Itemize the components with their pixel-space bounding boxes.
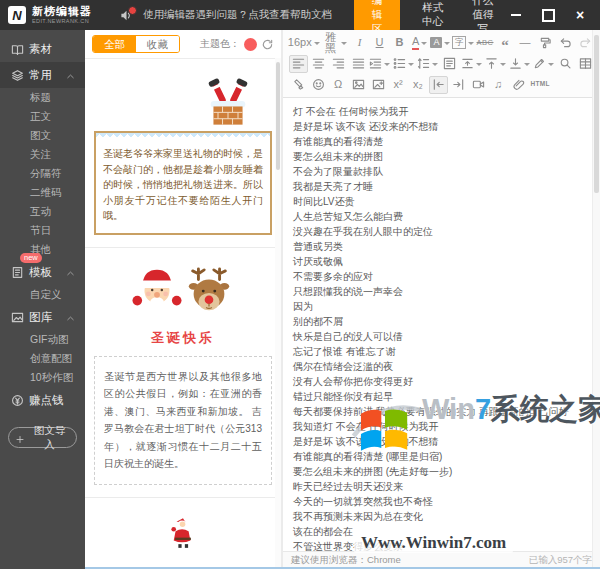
sidebar-item-template-0[interactable]: 自定义: [0, 285, 85, 304]
editor-line[interactable]: 错过只能怪你没有起早: [293, 389, 584, 404]
editor-line[interactable]: 该在的都会在: [293, 524, 584, 539]
undo-button[interactable]: [556, 34, 575, 52]
editor-line[interactable]: 只想跟懂我的说一声幸会: [293, 284, 584, 299]
sidebar-item-common-5[interactable]: 二维码: [0, 183, 85, 202]
italic-button[interactable]: I: [350, 34, 369, 52]
editor-line[interactable]: 要怎么组未来的拼图: [293, 149, 584, 164]
emoji-button[interactable]: [309, 76, 328, 94]
editor-line[interactable]: 有谁能真的看得清楚: [293, 134, 584, 149]
html-source-button[interactable]: HTML: [529, 76, 552, 94]
refresh-icon[interactable]: [261, 38, 274, 51]
editor-line[interactable]: 我不再预测未来因为总在变化: [293, 509, 584, 524]
app-logo[interactable]: N 新榜编辑器 EDIT.NEWRANK.CN: [8, 6, 104, 25]
sidebar-item-common-2[interactable]: 图文: [0, 126, 85, 145]
scrollbar-thumb[interactable]: [594, 35, 599, 193]
editor-line[interactable]: 别的都不屑: [293, 314, 584, 329]
underline-button[interactable]: U: [370, 34, 389, 52]
special-char-button[interactable]: Ω: [329, 76, 348, 94]
align-center-button[interactable]: [309, 55, 328, 73]
tab-favorites[interactable]: 收藏: [136, 36, 179, 53]
sidebar-item-gallery-1[interactable]: 创意配图: [0, 349, 85, 368]
insert-music-button[interactable]: ♫: [489, 76, 508, 94]
theme-color-swatch[interactable]: [244, 38, 257, 51]
editor-line[interactable]: 灯 不会在 任何时候为我开: [293, 104, 584, 119]
letter-spacing-button[interactable]: [460, 55, 483, 73]
rtl-button[interactable]: [449, 76, 468, 94]
horizontal-rule-button[interactable]: —: [516, 34, 535, 52]
sidebar-item-common-7[interactable]: 节日: [0, 221, 85, 240]
editor-line[interactable]: 普通或另类: [293, 239, 584, 254]
editor-line[interactable]: 不管这世界变得多么复杂: [293, 539, 584, 551]
editor-line[interactable]: 我都是天亮了才睡: [293, 179, 584, 194]
editor-line[interactable]: 没有人会帮你把你变得更好: [293, 374, 584, 389]
help-link[interactable]: 使用编辑器遇到问题？点我查看帮助文档: [143, 8, 332, 22]
format-painter-button[interactable]: [536, 34, 555, 52]
scrollbar-thumb[interactable]: [276, 62, 280, 170]
highlight-color-button[interactable]: A: [430, 34, 451, 52]
close-button[interactable]: ×: [572, 7, 588, 23]
editor-line[interactable]: 忘记了恨谁 有谁忘了谢: [293, 344, 584, 359]
font-family-select[interactable]: 雅黑: [320, 34, 349, 52]
attachment-button[interactable]: [509, 76, 528, 94]
text-box-button[interactable]: [440, 55, 459, 73]
material-card-chimney-santa[interactable]: 圣诞老爷爷来家里送礼物的时候，是不会敲门的，他都是趁着小朋友睡着的时候，悄悄地把…: [85, 59, 281, 248]
strikethrough-button[interactable]: ABC: [476, 34, 495, 52]
editor-line[interactable]: 没兴趣在乎我在别人眼中的定位: [293, 224, 584, 239]
sidebar-item-common-6[interactable]: 互动: [0, 202, 85, 221]
editor-scrollbar[interactable]: [592, 30, 600, 569]
image-edit-button[interactable]: [369, 76, 388, 94]
margin-top-button[interactable]: [484, 55, 507, 73]
sidebar-item-common-3[interactable]: 关注: [0, 145, 85, 164]
editor-line[interactable]: 不需要多余的应对: [293, 269, 584, 284]
sidebar-section-template[interactable]: 模板new: [0, 259, 85, 285]
editor-line[interactable]: 快乐是自己的没人可以借: [293, 329, 584, 344]
material-card-dancing-santa[interactable]: [85, 498, 281, 569]
sidebar-section-gallery[interactable]: 图库: [0, 304, 85, 330]
sidebar-item-common-4[interactable]: 分隔符: [0, 164, 85, 183]
maximize-button[interactable]: [540, 7, 556, 23]
insert-video-button[interactable]: [469, 76, 488, 94]
material-card-christmas-greeting[interactable]: 圣诞快乐 圣诞节是西方世界以及其他很多地区的公共假日，例如：在亚洲的香港、澳门、…: [85, 248, 281, 498]
insert-image-button[interactable]: [349, 76, 368, 94]
find-replace-button[interactable]: [556, 55, 575, 73]
margin-bottom-button[interactable]: [508, 55, 531, 73]
editor-line[interactable]: 时间比LV还贵: [293, 194, 584, 209]
sidebar-item-common-8[interactable]: 其他: [0, 240, 85, 259]
minimize-button[interactable]: [508, 7, 524, 23]
style-pencil-button[interactable]: [532, 55, 555, 73]
editor-line[interactable]: 要怎么组未来的拼图 (先走好每一步): [293, 464, 584, 479]
editor-line[interactable]: 今天的一切就算突然我也不奇怪: [293, 494, 584, 509]
editor-line[interactable]: 人生总苦短又怎么能白费: [293, 209, 584, 224]
ltr-button[interactable]: [429, 76, 448, 94]
editor-line[interactable]: 每天都要保持前进 我势必要有强劲的实力 再跟全新的自己问好: [293, 404, 584, 419]
sidebar-item-gallery-2[interactable]: 10秒作图: [0, 368, 85, 387]
align-justify-button[interactable]: [349, 55, 368, 73]
sidebar-section-earn[interactable]: 赚点钱: [0, 387, 85, 413]
sidebar-section-common[interactable]: 常用: [0, 62, 85, 88]
superscript-button[interactable]: x²: [389, 76, 408, 94]
editor-line[interactable]: 不会为了限量款排队: [293, 164, 584, 179]
editor-line[interactable]: 是好是坏 该不该 还没来的不想猜: [293, 434, 584, 449]
editor-line[interactable]: 讨厌或敬佩: [293, 254, 584, 269]
import-article-button[interactable]: 图文导入: [8, 427, 77, 448]
editor-line[interactable]: 因为: [293, 299, 584, 314]
blockquote-button[interactable]: “: [496, 34, 515, 52]
editor-line[interactable]: 有谁能真的看得清楚 (哪里是归宿): [293, 449, 584, 464]
editor-content[interactable]: 灯 不会在 任何时候为我开是好是坏 该不该 还没来的不想猜有谁能真的看得清楚要怎…: [283, 98, 600, 551]
editor-line[interactable]: 昨天已经过去明天还没来: [293, 479, 584, 494]
align-left-button[interactable]: [289, 55, 308, 73]
editor-line[interactable]: 偶尔在情绪会泛滥的夜: [293, 359, 584, 374]
ordered-list-button[interactable]: [392, 55, 415, 73]
align-right-button[interactable]: [329, 55, 348, 73]
sidebar-section-material[interactable]: 素材: [0, 36, 85, 62]
line-height-button[interactable]: [416, 55, 439, 73]
char-border-button[interactable]: 字: [452, 34, 475, 52]
materials-scrollbar[interactable]: [275, 58, 281, 569]
subscript-button[interactable]: x₂: [409, 76, 428, 94]
indent-button[interactable]: [369, 55, 392, 73]
sidebar-item-common-0[interactable]: 标题: [0, 88, 85, 107]
font-size-select[interactable]: 16px: [289, 34, 320, 52]
announcement-button[interactable]: [120, 9, 133, 22]
sidebar-item-gallery-0[interactable]: GIF动图: [0, 330, 85, 349]
bold-button[interactable]: B: [390, 34, 409, 52]
